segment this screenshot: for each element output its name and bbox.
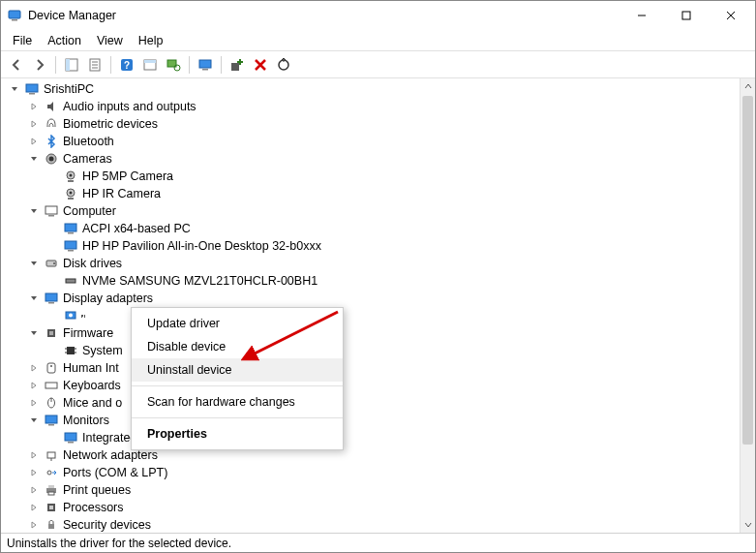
scroll-up-button[interactable] xyxy=(741,78,755,94)
vertical-scrollbar[interactable] xyxy=(740,78,755,533)
help-button[interactable]: ? xyxy=(115,53,138,77)
chevron-right-icon[interactable] xyxy=(28,118,40,130)
tree-leaf-label: HP HP Pavilion All-in-One Desktop 32-b0x… xyxy=(82,239,321,253)
cpu-icon xyxy=(44,500,59,515)
menu-action[interactable]: Action xyxy=(40,32,89,49)
svg-rect-3 xyxy=(682,12,690,19)
chevron-down-icon[interactable] xyxy=(28,258,40,269)
chevron-down-icon[interactable] xyxy=(28,153,40,165)
chevron-right-icon[interactable] xyxy=(28,397,40,409)
camera-icon xyxy=(44,151,59,167)
chevron-down-icon[interactable] xyxy=(28,327,40,339)
show-console-tree-button[interactable] xyxy=(60,53,83,77)
update-monitor-button[interactable] xyxy=(194,53,217,77)
context-menu: Update driver Disable device Uninstall d… xyxy=(131,307,344,450)
tree-leaf[interactable] xyxy=(7,307,755,324)
svg-rect-33 xyxy=(48,215,54,217)
tree-node[interactable]: Mice and o xyxy=(7,394,755,412)
bluetooth-icon xyxy=(44,134,59,149)
tree-leaf[interactable]: HP 5MP Camera xyxy=(7,168,755,185)
tree-node[interactable]: Computer xyxy=(7,202,755,220)
ctx-disable-device[interactable]: Disable device xyxy=(132,335,343,358)
tree-leaf[interactable]: ACPI x64-based PC xyxy=(7,220,755,237)
tree-node[interactable]: Processors xyxy=(7,499,755,516)
tree-node[interactable]: Monitors xyxy=(7,412,755,429)
chevron-right-icon[interactable] xyxy=(28,136,40,147)
show-hidden-button[interactable] xyxy=(138,53,162,77)
tree-node[interactable]: Keyboards xyxy=(7,377,755,394)
properties-button[interactable] xyxy=(83,53,106,77)
svg-rect-35 xyxy=(68,232,74,234)
chevron-right-icon[interactable] xyxy=(28,484,40,496)
tree-leaf[interactable]: Integrated Monitor (HP All-in-One) xyxy=(7,429,755,446)
tree-node[interactable]: Print queues xyxy=(7,481,755,499)
forward-button[interactable] xyxy=(28,53,51,77)
svg-point-27 xyxy=(70,174,73,177)
printer-icon xyxy=(44,482,59,498)
tree-node[interactable]: Firmware xyxy=(7,324,755,342)
chevron-right-icon[interactable] xyxy=(28,380,40,391)
tree-leaf-label: System xyxy=(82,344,123,357)
tree-node-label: Firmware xyxy=(63,326,113,340)
mouse-icon xyxy=(44,395,59,411)
svg-rect-46 xyxy=(49,331,53,335)
uninstall-button[interactable] xyxy=(249,53,272,77)
tree-root[interactable]: SrishtiPC xyxy=(7,80,755,98)
chevron-right-icon[interactable] xyxy=(28,101,40,112)
gpu-icon xyxy=(63,308,78,323)
tree-node[interactable]: Bluetooth xyxy=(7,133,755,150)
svg-rect-59 xyxy=(45,415,57,423)
tree-node[interactable]: Audio inputs and outputs xyxy=(7,98,755,115)
maximize-button[interactable] xyxy=(664,1,709,30)
chevron-right-icon[interactable] xyxy=(28,502,40,513)
tree-node[interactable]: Cameras xyxy=(7,150,755,168)
minimize-button[interactable] xyxy=(620,1,664,30)
svg-rect-60 xyxy=(48,424,54,426)
menu-view[interactable]: View xyxy=(89,32,131,49)
tree-leaf[interactable]: HP HP Pavilion All-in-One Desktop 32-b0x… xyxy=(7,237,755,255)
tree-node[interactable]: Human Int xyxy=(7,359,755,377)
scroll-thumb[interactable] xyxy=(742,96,753,445)
tree-leaf[interactable]: System xyxy=(7,342,755,359)
update-driver-button[interactable] xyxy=(272,53,295,77)
webcam-icon xyxy=(63,186,78,201)
tree-node[interactable]: Disk drives xyxy=(7,255,755,272)
chevron-down-icon[interactable] xyxy=(28,292,40,304)
menu-help[interactable]: Help xyxy=(131,32,171,49)
scroll-down-button[interactable] xyxy=(741,517,755,533)
svg-point-44 xyxy=(69,314,73,318)
menu-file[interactable]: File xyxy=(5,32,40,49)
chevron-right-icon[interactable] xyxy=(28,449,40,461)
svg-point-30 xyxy=(70,192,73,195)
tree-node[interactable]: Network adapters xyxy=(7,446,755,464)
chevron-down-icon[interactable] xyxy=(9,83,20,95)
chevron-right-icon[interactable] xyxy=(28,467,40,478)
ctx-update-driver[interactable]: Update driver xyxy=(132,312,343,335)
ctx-scan-hardware[interactable]: Scan for hardware changes xyxy=(132,390,343,414)
tree-leaf[interactable]: HP IR Camera xyxy=(7,185,755,202)
add-driver-button[interactable] xyxy=(226,53,249,77)
tree-leaf-label: NVMe SAMSUNG MZVL21T0HCLR-00BH1 xyxy=(82,274,318,288)
ctx-uninstall-device[interactable]: Uninstall device xyxy=(132,358,343,382)
tree-root-label: SrishtiPC xyxy=(44,82,94,96)
chevron-right-icon[interactable] xyxy=(28,362,40,374)
svg-rect-63 xyxy=(47,452,55,458)
back-button[interactable] xyxy=(5,53,28,77)
device-tree[interactable]: SrishtiPC Audio inputs and outputsBiomet… xyxy=(1,78,755,533)
tree-leaf[interactable]: NVMe SAMSUNG MZVL21T0HCLR-00BH1 xyxy=(7,272,755,290)
svg-rect-68 xyxy=(48,492,54,495)
tree-node[interactable]: Security devices xyxy=(7,516,755,533)
tree-node[interactable]: Biometric devices xyxy=(7,115,755,133)
ctx-properties[interactable]: Properties xyxy=(132,422,343,445)
chevron-down-icon[interactable] xyxy=(28,205,40,217)
toolbar: ? xyxy=(1,51,755,78)
tree-node[interactable]: Display adapters xyxy=(7,290,755,307)
monitor-icon xyxy=(63,430,78,445)
tree-node[interactable]: Ports (COM & LPT) xyxy=(7,464,755,481)
tree-node-label: Keyboards xyxy=(63,379,121,392)
chevron-right-icon[interactable] xyxy=(28,519,40,531)
svg-rect-37 xyxy=(68,250,74,252)
scan-hardware-button[interactable] xyxy=(162,53,185,77)
close-button[interactable] xyxy=(709,1,753,30)
chevron-down-icon[interactable] xyxy=(28,415,40,426)
